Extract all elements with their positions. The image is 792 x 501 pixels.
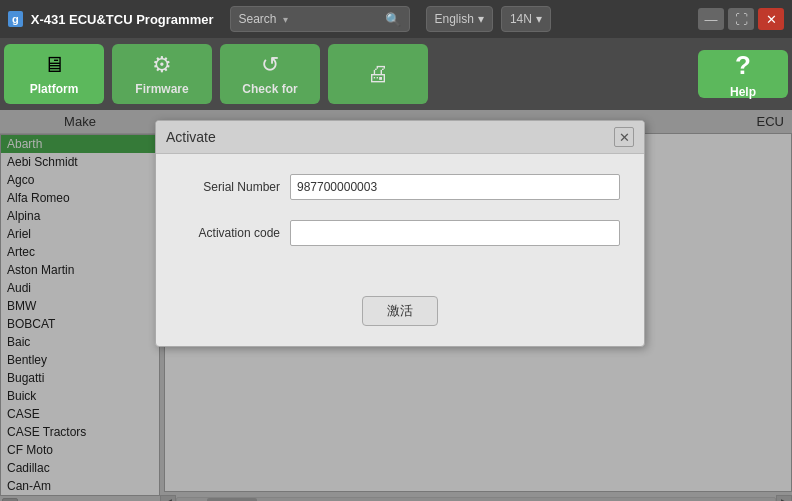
window-controls: — ⛶ ✕ <box>698 8 784 30</box>
platform-label: Platform <box>30 82 79 96</box>
dialog-footer: 激活 <box>156 286 644 346</box>
activate-button[interactable]: 激活 <box>362 296 438 326</box>
activation-code-input[interactable] <box>290 220 620 246</box>
checkfor-label: Check for <box>242 82 297 96</box>
dialog-titlebar: Activate ✕ <box>156 121 644 154</box>
search-label: Search <box>239 12 277 26</box>
nav-help[interactable]: ? Help <box>698 50 788 98</box>
nav-checkfor[interactable]: ↺ Check for <box>220 44 320 104</box>
dialog-title: Activate <box>166 129 216 145</box>
firmware-label: Firmware <box>135 82 188 96</box>
serial-number-label: Serial Number <box>180 180 280 194</box>
search-bar[interactable]: Search ▾ 🔍 <box>230 6 410 32</box>
language-label: English <box>435 12 474 26</box>
app-logo: g <box>8 11 23 27</box>
search-chevron-icon: ▾ <box>283 14 288 25</box>
nav-bar: 🖥 Platform ⚙ Firmware ↺ Check for 🖨 ? He… <box>0 38 792 110</box>
close-button[interactable]: ✕ <box>758 8 784 30</box>
help-label: Help <box>730 85 756 99</box>
nav-stamp[interactable]: 🖨 <box>328 44 428 104</box>
checkfor-icon: ↺ <box>261 52 279 78</box>
firmware-icon: ⚙ <box>152 52 172 78</box>
activate-dialog: Activate ✕ Serial Number Activation code <box>155 120 645 347</box>
language-selector[interactable]: English ▾ <box>426 6 493 32</box>
version-tag-label: 14N <box>510 12 532 26</box>
activation-code-row: Activation code <box>180 220 620 246</box>
serial-number-input[interactable] <box>290 174 620 200</box>
lang-chevron-icon: ▾ <box>478 12 484 26</box>
platform-icon: 🖥 <box>43 52 65 78</box>
dialog-close-button[interactable]: ✕ <box>614 127 634 147</box>
version-chevron-icon: ▾ <box>536 12 542 26</box>
help-icon: ? <box>735 50 751 81</box>
main-content: Make AbarthAebi SchmidtAgcoAlfa RomeoAlp… <box>0 110 792 501</box>
title-bar: g X-431 ECU&TCU Programmer Search ▾ 🔍 En… <box>0 0 792 38</box>
modal-overlay: Activate ✕ Serial Number Activation code <box>0 110 792 501</box>
nav-firmware[interactable]: ⚙ Firmware <box>112 44 212 104</box>
nav-platform[interactable]: 🖥 Platform <box>4 44 104 104</box>
minimize-button[interactable]: — <box>698 8 724 30</box>
search-icon: 🔍 <box>385 12 401 27</box>
stamp-icon: 🖨 <box>367 61 389 87</box>
version-tag-selector[interactable]: 14N ▾ <box>501 6 551 32</box>
serial-number-row: Serial Number <box>180 174 620 200</box>
maximize-button[interactable]: ⛶ <box>728 8 754 30</box>
activation-code-label: Activation code <box>180 226 280 240</box>
app-title: X-431 ECU&TCU Programmer <box>31 12 214 27</box>
dialog-body: Serial Number Activation code <box>156 154 644 286</box>
